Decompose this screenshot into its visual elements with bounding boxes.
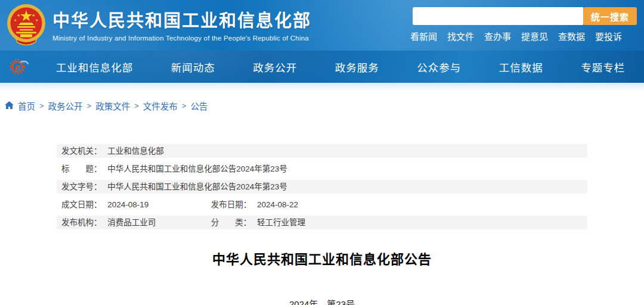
quick-link-feedback[interactable]: 提意见: [521, 30, 548, 42]
meta-row-issuing-authority: 发文机关： 工业和信息化部: [57, 144, 587, 158]
publisher-value: 消费品工业司: [107, 218, 156, 227]
breadcrumb-gov-disclosure[interactable]: 政务公开: [48, 99, 83, 112]
unified-search-bar: 统一搜索: [413, 7, 637, 25]
svg-text:★: ★: [17, 13, 20, 17]
breadcrumb-home[interactable]: 首页: [18, 99, 35, 112]
nav-item-gov-disclosure[interactable]: 政务公开: [253, 60, 297, 74]
nav-item-news[interactable]: 新闻动态: [171, 60, 215, 74]
unified-search-input[interactable]: [413, 7, 583, 25]
doc-number-label: 发文字号：: [61, 182, 102, 191]
written-date-value: 2024-08-19: [107, 200, 148, 209]
quick-links: 看新闻 找文件 查办事 提意见 查数据 要投诉: [410, 30, 622, 42]
nav-item-gov-services[interactable]: 政务服务: [335, 60, 379, 74]
svg-text:★: ★: [32, 13, 35, 17]
breadcrumb-policy-documents[interactable]: 政策文件: [95, 99, 130, 112]
nav-bottom-gradient: [0, 83, 644, 91]
publish-date-label: 发布日期：: [211, 200, 252, 209]
svg-text:★: ★: [35, 18, 38, 22]
category-label: 分 类：: [211, 218, 252, 227]
site-identity: 中华人民共和国工业和信息化部 Ministry of Industry and …: [52, 7, 311, 42]
category-value: 轻工行业管理: [257, 218, 305, 227]
home-icon[interactable]: [5, 101, 14, 110]
doc-number-value: 中华人民共和国工业和信息化部公告2024年第23号: [107, 182, 287, 191]
breadcrumb-separator: >: [182, 101, 187, 110]
breadcrumb-separator: >: [134, 101, 139, 110]
quick-link-news[interactable]: 看新闻: [410, 30, 437, 42]
svg-text:e: e: [15, 62, 20, 72]
article-title: 中华人民共和国工业和信息化部公告: [0, 248, 644, 267]
breadcrumb-separator: >: [87, 101, 92, 110]
svg-text:★: ★: [14, 18, 17, 22]
publish-date-value: 2024-08-22: [257, 200, 298, 209]
meta-row-doc-number: 发文字号： 中华人民共和国工业和信息化部公告2024年第23号: [57, 180, 587, 194]
main-nav: e 工业和信息化部 新闻动态 政务公开 政务服务 公众参与 工信数据 专题专栏: [0, 51, 644, 83]
breadcrumb-separator: >: [39, 101, 44, 110]
doc-title-value: 中华人民共和国工业和信息化部公告2024年第23号: [107, 164, 287, 173]
quick-link-data[interactable]: 查数据: [558, 30, 585, 42]
doc-title-label: 标 题：: [61, 164, 102, 173]
doc-meta-table: 发文机关： 工业和信息化部 标 题： 中华人民共和国工业和信息化部公告2024年…: [57, 144, 587, 229]
breadcrumb: 首页 > 政务公开 > 政策文件 > 文件发布 > 公告: [0, 91, 644, 112]
meta-row-publisher-category: 发布机构： 消费品工业司 分 类： 轻工行业管理: [57, 216, 587, 229]
nav-item-special-topics[interactable]: 专题专栏: [581, 60, 625, 74]
nav-item-ministry-home[interactable]: 工业和信息化部: [56, 60, 134, 74]
site-subtitle: Ministry of Industry and Information Tec…: [52, 35, 311, 42]
site-header: ★ ★ ★ ★ 中华人民共和国工业和信息化部 Ministry of Indus…: [0, 0, 644, 51]
national-emblem-icon: ★ ★ ★ ★: [5, 4, 48, 50]
issuing-authority-label: 发文机关：: [61, 147, 102, 155]
article-issue-number: 2024年 第23号: [0, 297, 644, 305]
site-title: 中华人民共和国工业和信息化部: [52, 7, 311, 32]
unified-search-button[interactable]: 统一搜索: [583, 7, 637, 25]
quick-link-complaint[interactable]: 要投诉: [595, 30, 622, 42]
issuing-authority-value: 工业和信息化部: [107, 147, 164, 155]
breadcrumb-document-release[interactable]: 文件发布: [143, 99, 178, 112]
nav-item-public-participation[interactable]: 公众参与: [417, 60, 461, 74]
meta-row-title: 标 题： 中华人民共和国工业和信息化部公告2024年第23号: [57, 162, 587, 176]
publisher-label: 发布机构：: [61, 218, 102, 227]
quick-link-documents[interactable]: 找文件: [447, 30, 474, 42]
quick-link-services[interactable]: 查办事: [484, 30, 511, 42]
miit-logo-icon[interactable]: e: [7, 56, 30, 80]
nav-items: 工业和信息化部 新闻动态 政务公开 政务服务 公众参与 工信数据 专题专栏: [37, 51, 644, 83]
meta-row-dates: 成文日期： 2024-08-19 发布日期： 2024-08-22: [57, 198, 587, 211]
breadcrumb-announcement[interactable]: 公告: [190, 99, 208, 112]
written-date-label: 成文日期：: [61, 200, 102, 209]
nav-item-miit-data[interactable]: 工信数据: [499, 60, 543, 74]
